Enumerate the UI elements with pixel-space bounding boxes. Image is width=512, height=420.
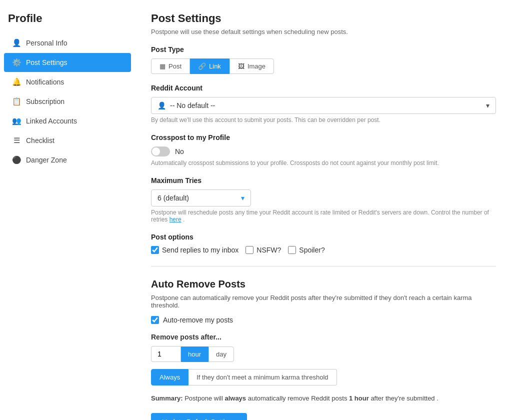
- sidebar-item-label: Danger Zone: [26, 156, 67, 164]
- crosspost-toggle-row: No: [151, 146, 496, 156]
- crosspost-section: Crosspost to my Profile No Automatically…: [151, 134, 496, 166]
- auto-remove-checkbox-item[interactable]: Auto-remove my posts: [151, 316, 496, 324]
- send-replies-label: Send replies to my inbox: [162, 246, 238, 254]
- summary-middle-2: automatically remove Reddit posts: [248, 394, 349, 402]
- max-tries-value: 6 (default): [158, 194, 189, 202]
- reddit-account-section: Reddit Account 👤 -- No default -- ▾ By d…: [151, 84, 496, 124]
- sidebar-item-post-settings[interactable]: ⚙️Post Settings: [4, 53, 131, 72]
- summary-suffix: after they're submitted .: [370, 394, 438, 402]
- auto-remove-checkbox[interactable]: [151, 316, 159, 324]
- auto-remove-desc: Postpone can automatically remove your R…: [151, 294, 496, 309]
- post-type-buttons: ▦ Post 🔗 Link 🖼 Image: [151, 58, 496, 74]
- reddit-account-hint: By default we'll use this account to sub…: [151, 116, 496, 124]
- auto-remove-checkbox-label: Auto-remove my posts: [163, 316, 233, 324]
- max-tries-hint-suffix: .: [183, 216, 184, 223]
- toggle-knob: [152, 148, 160, 156]
- crosspost-toggle-label: No: [175, 148, 184, 156]
- personal-info-icon: 👤: [12, 38, 21, 48]
- chevron-down-icon: ▾: [241, 194, 244, 202]
- post-settings-icon: ⚙️: [12, 58, 21, 67]
- crosspost-toggle[interactable]: [151, 146, 170, 156]
- notifications-icon: 🔔: [12, 78, 21, 86]
- sidebar-item-notifications[interactable]: 🔔Notifications: [4, 72, 131, 92]
- always-row: Always If they don't meet a minimum karm…: [151, 369, 496, 386]
- send-replies-checkbox-item[interactable]: Send replies to my inbox: [151, 246, 238, 254]
- page-subtitle: Postpone will use these default settings…: [151, 28, 496, 36]
- max-tries-hint-text: Postpone will reschedule posts any time …: [151, 209, 489, 223]
- sidebar-item-personal-info[interactable]: 👤Personal Info: [4, 34, 131, 52]
- reddit-account-select[interactable]: 👤 -- No default -- ▾: [151, 97, 496, 114]
- always-button[interactable]: Always: [151, 369, 188, 386]
- remove-after-row: hour day: [151, 346, 496, 362]
- sidebar-item-danger-zone[interactable]: ⚫Danger Zone: [4, 150, 131, 170]
- post-icon: ▦: [160, 62, 166, 70]
- summary-prefix: Summary:: [151, 394, 183, 402]
- page-title: Post Settings: [151, 12, 496, 25]
- karma-threshold-button[interactable]: If they don't meet a minimum karma thres…: [188, 369, 336, 386]
- post-options-section: Post options Send replies to my inbox NS…: [151, 233, 496, 254]
- remove-after-label: Remove posts after...: [151, 333, 496, 341]
- sidebar: Profile 👤Personal Info⚙️Post Settings🔔No…: [0, 0, 135, 420]
- sidebar-item-checklist[interactable]: ☰Checklist: [4, 131, 131, 150]
- crosspost-label: Crosspost to my Profile: [151, 134, 496, 142]
- summary-duration: 1 hour: [349, 394, 369, 402]
- post-type-label: Post Type: [151, 46, 496, 54]
- sidebar-item-label: Subscription: [26, 98, 64, 106]
- nsfw-checkbox-item[interactable]: NSFW?: [246, 246, 281, 254]
- section-divider: [151, 266, 496, 266]
- image-icon: 🖼: [238, 62, 244, 70]
- unit-day-button[interactable]: day: [208, 346, 234, 362]
- subscription-icon: 📋: [12, 97, 21, 106]
- sidebar-item-label: Personal Info: [26, 39, 68, 47]
- crosspost-hint: Automatically crosspost submissions to y…: [151, 160, 496, 166]
- account-value: -- No default --: [170, 102, 215, 110]
- auto-remove-section: Auto Remove Posts Postpone can automatic…: [151, 278, 496, 420]
- post-options-label: Post options: [151, 233, 496, 241]
- person-icon: 👤: [158, 102, 166, 110]
- link-icon: 🔗: [198, 62, 206, 70]
- nsfw-checkbox[interactable]: [246, 246, 254, 254]
- max-tries-hint: Postpone will reschedule posts any time …: [151, 209, 496, 223]
- spoiler-checkbox-item[interactable]: Spoiler?: [288, 246, 324, 254]
- post-options-row: Send replies to my inbox NSFW? Spoiler?: [151, 246, 496, 254]
- main-content: Post Settings Postpone will use these de…: [135, 0, 512, 420]
- sidebar-item-linked-accounts[interactable]: 👥Linked Accounts: [4, 112, 131, 130]
- max-tries-section: Maximum Tries 6 (default) ▾ Postpone wil…: [151, 176, 496, 223]
- post-type-image-button[interactable]: 🖼 Image: [230, 58, 274, 74]
- sidebar-item-label: Checklist: [26, 136, 54, 144]
- post-type-section: Post Type ▦ Post 🔗 Link 🖼 Image: [151, 46, 496, 74]
- max-tries-hint-link[interactable]: here: [170, 216, 182, 223]
- summary-text: Summary: Postpone will always automatica…: [151, 394, 496, 402]
- spoiler-checkbox[interactable]: [288, 246, 296, 254]
- danger-zone-icon: ⚫: [12, 156, 21, 164]
- unit-hour-button[interactable]: hour: [181, 346, 208, 362]
- reddit-account-label: Reddit Account: [151, 84, 496, 92]
- sidebar-item-label: Linked Accounts: [26, 117, 77, 125]
- spoiler-label: Spoiler?: [299, 246, 324, 254]
- checklist-icon: ☰: [12, 136, 21, 145]
- post-type-link-button[interactable]: 🔗 Link: [190, 58, 230, 74]
- update-settings-button[interactable]: Update Default Settings: [151, 413, 247, 420]
- post-type-post-button[interactable]: ▦ Post: [151, 58, 190, 74]
- auto-remove-title: Auto Remove Posts: [151, 278, 496, 290]
- nsfw-label: NSFW?: [256, 246, 281, 254]
- max-tries-label: Maximum Tries: [151, 176, 496, 184]
- sidebar-item-label: Post Settings: [26, 58, 68, 66]
- send-replies-checkbox[interactable]: [151, 246, 159, 254]
- max-tries-dropdown[interactable]: 6 (default) ▾: [151, 190, 251, 206]
- chevron-down-icon: ▾: [486, 102, 490, 110]
- summary-middle-1: Postpone will: [184, 394, 224, 402]
- summary-always: always: [224, 394, 246, 402]
- sidebar-item-subscription[interactable]: 📋Subscription: [4, 92, 131, 111]
- remove-after-input[interactable]: [151, 346, 181, 362]
- sidebar-title: Profile: [0, 8, 135, 33]
- linked-accounts-icon: 👥: [12, 116, 21, 126]
- sidebar-item-label: Notifications: [26, 78, 64, 86]
